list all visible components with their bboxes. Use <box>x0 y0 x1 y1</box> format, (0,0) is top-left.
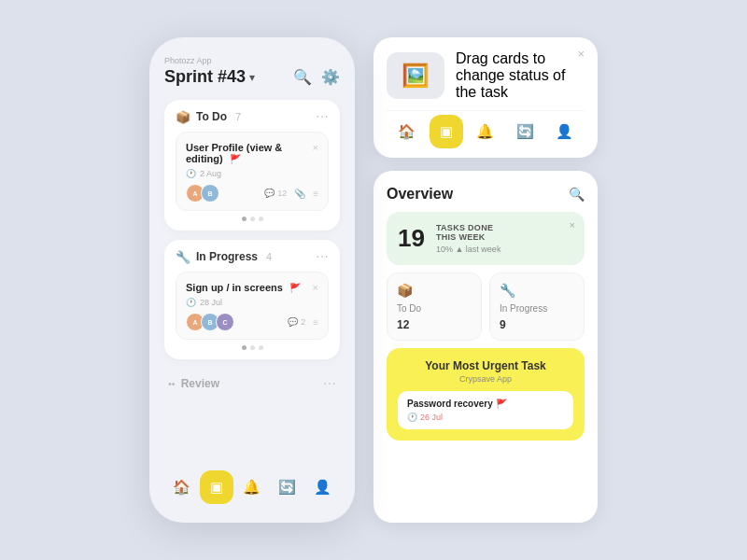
dot-active <box>242 345 247 350</box>
urgent-task-subtitle: Crypsave App <box>398 374 573 384</box>
todo-task-close-button[interactable]: × <box>313 142 318 153</box>
nav-activity-button[interactable]: 🔄 <box>271 470 304 504</box>
tooltip-nav-activity-button[interactable]: 🔄 <box>508 115 542 148</box>
todo-status-icon: 📦 <box>397 283 472 298</box>
list-icon: ≡ <box>313 189 318 199</box>
inprogress-section: 🔧 In Progress 4 ⋯ Sign up / in screens 🚩… <box>164 240 340 359</box>
urgent-task-date: 26 Jul <box>420 413 443 422</box>
review-section: •• Review ⋯ <box>164 369 340 399</box>
dot <box>259 345 263 350</box>
inprogress-status-label: In Progress <box>500 303 574 314</box>
left-phone: Photozz App Sprint #43 ▾ 🔍 ⚙️ 📦 To Do 7 … <box>149 37 355 523</box>
app-label: Photozz App <box>164 56 340 65</box>
phone-header: Photozz App Sprint #43 ▾ 🔍 ⚙️ <box>164 56 340 87</box>
todo-section-icon: 📦 <box>176 110 190 124</box>
tasks-done-widget: × 19 TASKS DONE THIS WEEK 10% ▲ last wee… <box>387 212 585 265</box>
inprogress-status-box: 🔧 In Progress 9 <box>489 273 585 341</box>
todo-status-label: To Do <box>397 303 472 314</box>
inprogress-task-flag-icon: 🚩 <box>289 283 301 293</box>
inprogress-task-card: Sign up / in screens 🚩 × 🕐 28 Jul A B C … <box>176 272 329 340</box>
inprogress-task-comments: 💬 2 <box>288 317 305 327</box>
todo-more-button[interactable]: ⋯ <box>316 109 329 124</box>
tasks-done-close-button[interactable]: × <box>570 219 575 231</box>
urgent-task-name: Password recovery 🚩 <box>407 399 564 409</box>
status-row: 📦 To Do 12 🔧 In Progress 9 <box>387 273 585 341</box>
inprogress-status-count: 9 <box>500 318 506 331</box>
inprogress-task-title: Sign up / in screens 🚩 <box>186 282 313 293</box>
review-section-icon: •• <box>168 378 176 389</box>
nav-bell-button[interactable]: 🔔 <box>235 470 269 504</box>
right-column: 🖼️ Drag cards to change status of the ta… <box>374 37 598 523</box>
avatar: B <box>201 184 219 203</box>
todo-task-card: User Profile (view & editing) 🚩 × 🕐 2 Au… <box>176 132 329 211</box>
inprogress-section-title: In Progress <box>196 250 258 263</box>
dot <box>259 217 263 221</box>
todo-task-comments: 💬 12 <box>264 189 287 198</box>
todo-section: 📦 To Do 7 ⋯ User Profile (view & editing… <box>164 100 340 231</box>
comment-icon: 💬 <box>288 317 298 327</box>
todo-task-title: User Profile (view & editing) 🚩 <box>186 142 313 164</box>
urgent-flag-icon: 🚩 <box>496 399 507 409</box>
overview-search-icon[interactable]: 🔍 <box>569 187 585 202</box>
tooltip-image: 🖼️ <box>387 52 444 99</box>
tooltip-nav-profile-button[interactable]: 👤 <box>548 115 582 148</box>
nav-board-button[interactable]: ▣ <box>200 470 233 504</box>
review-section-title: Review <box>181 377 219 390</box>
settings-icon[interactable]: ⚙️ <box>321 68 340 86</box>
inprogress-status-icon: 🔧 <box>500 283 574 298</box>
clock-icon: 🕐 <box>186 298 196 307</box>
tooltip-content: 🖼️ Drag cards to change status of the ta… <box>387 50 585 101</box>
clock-icon: 🕐 <box>186 169 196 178</box>
list-icon: ≡ <box>313 317 318 328</box>
nav-home-button[interactable]: 🏠 <box>165 470 199 504</box>
overview-title: Overview <box>387 186 453 203</box>
tooltip-nav-home-button[interactable]: 🏠 <box>389 115 423 148</box>
todo-status-count: 12 <box>397 318 409 331</box>
tasks-done-percent: 10% ▲ last week <box>436 245 573 254</box>
dot <box>250 217 255 221</box>
urgent-clock-icon: 🕐 <box>407 413 417 422</box>
urgent-task-date-row: 🕐 26 Jul <box>407 413 564 422</box>
bottom-nav: 🏠 ▣ 🔔 🔄 👤 <box>164 461 340 508</box>
dot <box>250 345 255 350</box>
inprogress-task-avatars: A B C <box>186 313 231 331</box>
overview-card: Overview 🔍 × 19 TASKS DONE THIS WEEK 10%… <box>374 171 598 523</box>
sprint-title: Sprint #43 <box>164 67 246 87</box>
inprogress-section-icon: 🔧 <box>176 250 190 264</box>
tasks-done-label: TASKS DONE THIS WEEK <box>436 223 573 242</box>
inprogress-task-date: 28 Jul <box>200 298 222 307</box>
tooltip-close-button[interactable]: × <box>577 47 585 61</box>
inprogress-dots <box>176 345 329 350</box>
tasks-done-info: TASKS DONE THIS WEEK 10% ▲ last week <box>436 223 573 254</box>
inprogress-more-button[interactable]: ⋯ <box>316 249 329 264</box>
tooltip-bottom-nav: 🏠 ▣ 🔔 🔄 👤 <box>387 110 585 148</box>
tooltip-nav-bell-button[interactable]: 🔔 <box>469 115 502 148</box>
todo-task-avatars: A B <box>186 184 216 203</box>
tooltip-text: Drag cards to change status of the task <box>456 50 585 101</box>
urgent-task-widget: Your Most Urgent Task Crypsave App Passw… <box>387 348 585 441</box>
overview-header: Overview 🔍 <box>387 186 585 203</box>
avatar: C <box>216 313 234 331</box>
todo-section-count: 7 <box>235 111 241 122</box>
todo-section-title: To Do <box>196 110 227 123</box>
urgent-task-card: Password recovery 🚩 🕐 26 Jul <box>398 391 573 429</box>
dot-active <box>242 217 247 221</box>
urgent-task-title: Your Most Urgent Task <box>398 359 573 372</box>
todo-dots <box>176 217 329 221</box>
tooltip-card: 🖼️ Drag cards to change status of the ta… <box>374 37 598 158</box>
todo-task-flag-icon: 🚩 <box>230 154 241 164</box>
comment-icon: 💬 <box>264 189 275 198</box>
nav-profile-button[interactable]: 👤 <box>305 470 339 504</box>
tooltip-nav-board-button[interactable]: ▣ <box>430 115 463 148</box>
inprogress-task-close-button[interactable]: × <box>313 282 318 293</box>
review-more-button[interactable]: ⋯ <box>323 376 336 391</box>
chevron-down-icon[interactable]: ▾ <box>249 71 255 84</box>
tasks-done-number: 19 <box>398 224 425 253</box>
search-icon[interactable]: 🔍 <box>293 68 312 86</box>
attach-icon: 📎 <box>294 189 305 199</box>
todo-status-box: 📦 To Do 12 <box>387 273 482 341</box>
inprogress-section-count: 4 <box>266 251 272 262</box>
todo-task-date: 2 Aug <box>200 169 221 178</box>
